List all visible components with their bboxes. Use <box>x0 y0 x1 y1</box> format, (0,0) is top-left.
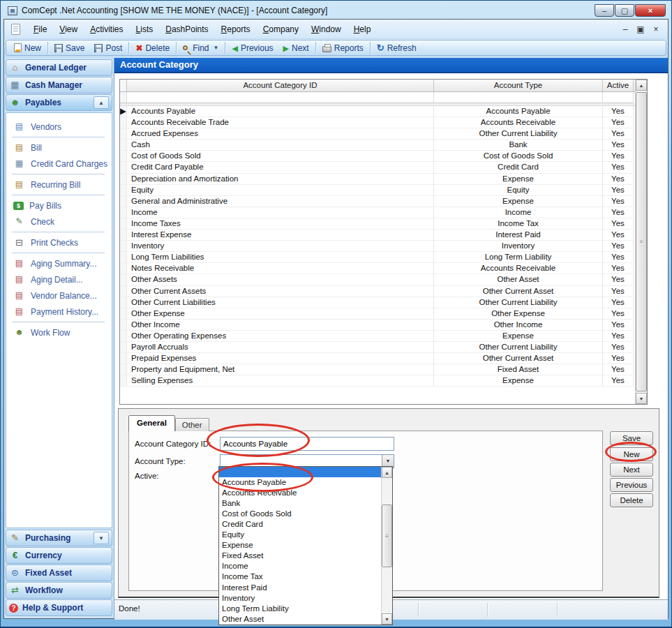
sidebar-group-cash-manager[interactable]: ▦ Cash Manager <box>6 77 112 94</box>
delete-record-button[interactable]: Delete <box>610 493 653 507</box>
dropdown-option[interactable]: Long Term Liability <box>219 604 381 614</box>
dropdown-scrollbar[interactable]: ▲ ≡ ▼ <box>381 467 392 625</box>
table-row[interactable]: Equity Equity Yes <box>120 185 635 196</box>
column-header-account-type[interactable]: Account Type <box>434 80 603 91</box>
find-dropdown-caret-icon[interactable]: ▼ <box>213 45 218 51</box>
table-row[interactable]: Depreciation and Amortization Expense Ye… <box>120 174 635 185</box>
table-row[interactable]: Other Operating Expenses Expense Yes <box>120 331 635 342</box>
new-button[interactable]: New <box>9 42 46 54</box>
menu-lists[interactable]: Lists <box>130 22 160 37</box>
table-row[interactable]: Other Current Liabilities Other Current … <box>120 297 635 308</box>
dropdown-option[interactable]: Equity <box>219 530 381 540</box>
mdi-minimize-button[interactable]: – <box>620 24 630 34</box>
dropdown-option[interactable] <box>219 467 381 477</box>
sidebar-group-workflow[interactable]: ⇄ Workflow <box>6 582 112 599</box>
menu-dashpoints[interactable]: DashPoints <box>159 22 214 37</box>
table-row[interactable]: Other Expense Other Expense Yes <box>120 308 635 320</box>
mdi-restore-button[interactable]: ▣ <box>636 24 645 34</box>
maximize-button[interactable]: ▢ <box>615 4 634 17</box>
dropdown-option[interactable]: Interest Paid <box>219 583 381 593</box>
sidebar-item-pay-bills[interactable]: $ Pay Bills <box>10 197 112 214</box>
sidebar-item-print-checks[interactable]: ⊟ Print Checks <box>10 234 112 251</box>
grid-filter-row[interactable] <box>120 92 635 103</box>
previous-button[interactable]: ◀ Previous <box>227 42 278 54</box>
column-header-account-category-id[interactable]: Account Category ID <box>127 80 434 91</box>
sidebar-item-vendors[interactable]: ▤ Vendors <box>10 119 112 135</box>
tab-other[interactable]: Other <box>175 418 209 431</box>
menu-file[interactable]: File <box>27 22 53 37</box>
table-row[interactable]: Payroll Accruals Other Current Liability… <box>120 342 635 353</box>
sidebar-item-bill[interactable]: ▤ Bill <box>10 140 112 156</box>
sidebar-item-aging-detail[interactable]: ▤ Aging Detail... <box>10 271 112 287</box>
table-row[interactable]: Accounts Receivable Trade Accounts Recei… <box>120 117 635 128</box>
reports-button[interactable]: Reports <box>318 42 368 54</box>
table-row[interactable]: Property and Equipment, Net Fixed Asset … <box>120 364 635 375</box>
sidebar-group-currency[interactable]: € Currency <box>6 547 112 564</box>
next-record-button[interactable]: Next <box>610 463 653 477</box>
sidebar-item-check[interactable]: ✎ Check <box>10 214 112 230</box>
save-record-button[interactable]: Save <box>610 431 653 445</box>
table-row[interactable]: Cash Bank Yes <box>120 140 635 151</box>
dropdown-option[interactable]: Cost of Goods Sold <box>219 509 381 519</box>
menu-view[interactable]: View <box>53 22 84 37</box>
menu-company[interactable]: Company <box>257 22 305 37</box>
menu-help[interactable]: Help <box>348 22 378 37</box>
find-button[interactable]: Find ▼ <box>178 42 223 54</box>
table-row[interactable]: ▶ Accounts Payable Accounts Payable Yes <box>120 106 635 117</box>
scroll-up-icon[interactable]: ▲ <box>382 467 392 478</box>
title-bar[interactable]: ComCept .Net Accounting [SHOW ME THE MON… <box>3 1 669 19</box>
scrollbar-thumb[interactable]: ≡ <box>382 504 392 567</box>
table-row[interactable]: Interest Expense Interest Paid Yes <box>120 230 635 241</box>
sidebar-item-recurring-bill[interactable]: ▤ Recurring Bill <box>10 177 112 193</box>
dropdown-option[interactable]: Other Asset <box>219 614 381 625</box>
table-row[interactable]: Credit Card Payable Credit Card Yes <box>120 162 635 173</box>
scroll-down-icon[interactable]: ▼ <box>636 393 647 404</box>
dropdown-option[interactable]: Expense <box>219 540 381 551</box>
post-button[interactable]: Post <box>89 42 127 54</box>
minimize-button[interactable]: – <box>595 4 614 17</box>
sidebar-group-help-support[interactable]: ? Help & Support <box>6 599 112 616</box>
account-category-id-input[interactable] <box>220 437 394 451</box>
menu-window[interactable]: Window <box>305 22 348 37</box>
table-row[interactable]: Accrued Expenses Other Current Liability… <box>120 128 635 140</box>
scrollbar-thumb[interactable]: ≡ <box>636 92 647 391</box>
table-row[interactable]: Other Current Assets Other Current Asset… <box>120 286 635 297</box>
sidebar-item-aging-summary[interactable]: ▤ Aging Summary... <box>10 255 112 271</box>
sidebar-item-work-flow[interactable]: ☻ Work Flow <box>10 324 112 341</box>
dropdown-option[interactable]: Income <box>219 561 381 571</box>
collapse-arrow-button[interactable]: ▲ <box>94 96 109 109</box>
menu-reports[interactable]: Reports <box>215 22 257 37</box>
table-row[interactable]: Selling Expenses Expense Yes <box>120 375 635 387</box>
table-row[interactable]: Long Term Liabilities Long Term Liabilit… <box>120 252 635 263</box>
scroll-down-icon[interactable]: ▼ <box>382 613 392 625</box>
expand-arrow-button[interactable]: ▼ <box>94 532 109 544</box>
table-row[interactable]: Other Assets Other Asset Yes <box>120 274 635 285</box>
dropdown-option[interactable]: Bank <box>219 498 381 509</box>
table-row[interactable]: Income Taxes Income Tax Yes <box>120 218 635 230</box>
menu-activities[interactable]: Activities <box>84 22 129 37</box>
table-row[interactable]: General and Administrative Expense Yes <box>120 196 635 207</box>
table-row[interactable]: Notes Receivable Accounts Receivable Yes <box>120 263 635 274</box>
next-button[interactable]: ▶ Next <box>278 42 314 54</box>
mdi-close-button[interactable]: × <box>651 24 661 34</box>
sidebar-item-payment-history[interactable]: ▤ Payment History... <box>10 304 112 320</box>
sidebar-group-purchasing[interactable]: ✎ Purchasing ▼ <box>6 530 112 546</box>
sidebar-group-fixed-asset[interactable]: ⊜ Fixed Asset <box>6 565 112 581</box>
save-button[interactable]: Save <box>50 42 89 54</box>
column-header-active[interactable]: Active <box>603 80 634 91</box>
close-button[interactable]: × <box>635 4 666 17</box>
dropdown-option[interactable]: Inventory <box>219 593 381 604</box>
sidebar-item-credit-card-charges[interactable]: ▦ Credit Card Charges <box>10 156 112 172</box>
sidebar-group-payables[interactable]: ☻ Payables ▲ <box>6 94 112 111</box>
dropdown-option[interactable]: Credit Card <box>219 519 381 530</box>
previous-record-button[interactable]: Previous <box>610 478 653 492</box>
dropdown-option[interactable]: Fixed Asset <box>219 551 381 561</box>
table-row[interactable]: Cost of Goods Sold Cost of Goods Sold Ye… <box>120 151 635 162</box>
dropdown-option[interactable]: Accounts Receivable <box>219 488 381 498</box>
table-row[interactable]: Inventory Inventory Yes <box>120 241 635 252</box>
sidebar-item-vendor-balance[interactable]: ▤ Vendor Balance... <box>10 287 112 304</box>
dropdown-option[interactable]: Income Tax <box>219 571 381 582</box>
dropdown-option[interactable]: Accounts Payable <box>219 477 381 488</box>
refresh-button[interactable]: ↻ Refresh <box>372 42 421 54</box>
grid-vertical-scrollbar[interactable]: ▲ ≡ ▼ <box>635 80 647 404</box>
